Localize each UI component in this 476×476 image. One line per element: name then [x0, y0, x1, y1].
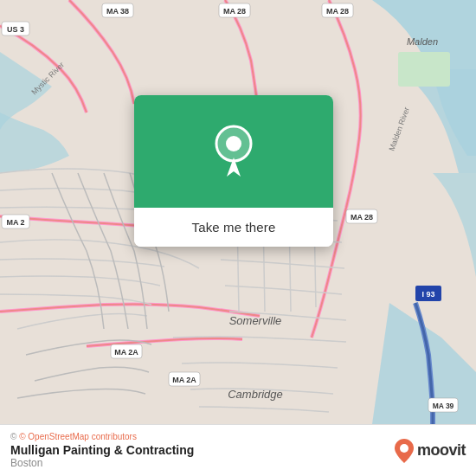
svg-text:MA 28: MA 28 — [326, 7, 349, 16]
svg-text:MA 38: MA 38 — [106, 7, 129, 16]
location-title: Mulligan Painting & Contracting — [10, 443, 194, 457]
svg-rect-1 — [398, 52, 450, 87]
svg-text:MA 28: MA 28 — [223, 7, 246, 16]
svg-text:MA 2A: MA 2A — [114, 348, 138, 357]
moovit-logo[interactable]: moovit — [395, 439, 466, 463]
svg-text:MA 39: MA 39 — [433, 402, 454, 410]
copyright-text: © © OpenStreetMap contributors — [10, 432, 194, 441]
popup-card: Take me there — [134, 95, 333, 247]
copyright-symbol: © — [10, 432, 19, 441]
svg-text:I 93: I 93 — [421, 290, 434, 299]
svg-point-29 — [400, 444, 408, 453]
bottom-info: © © OpenStreetMap contributors Mulligan … — [10, 432, 194, 469]
map-container: US 3 MA 38 MA 28 MA 28 MA 28 MA 2 MA 2A … — [0, 0, 476, 424]
svg-text:Malden: Malden — [407, 36, 438, 47]
osm-link[interactable]: © OpenStreetMap contributors — [19, 432, 137, 441]
svg-text:Somerville: Somerville — [229, 314, 282, 327]
location-pin-icon — [211, 125, 256, 178]
svg-text:MA 2: MA 2 — [6, 218, 24, 227]
take-me-there-button[interactable]: Take me there — [134, 208, 333, 247]
svg-text:US 3: US 3 — [7, 25, 24, 34]
svg-point-28 — [226, 136, 241, 151]
popup-green-area — [134, 95, 333, 208]
svg-text:MA 28: MA 28 — [351, 213, 373, 222]
svg-text:MA 2A: MA 2A — [172, 376, 196, 384]
moovit-pin-icon — [395, 439, 414, 463]
location-city: Boston — [10, 457, 194, 469]
bottom-bar: © © OpenStreetMap contributors Mulligan … — [0, 424, 476, 476]
svg-text:Cambridge: Cambridge — [228, 388, 283, 401]
moovit-text: moovit — [417, 441, 466, 460]
